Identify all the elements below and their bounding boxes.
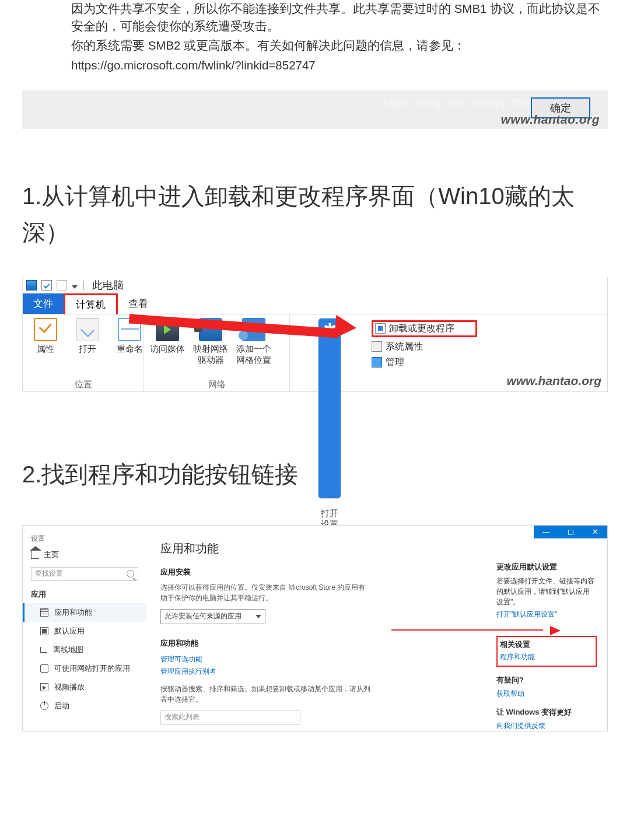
apps-list-desc: 按驱动器搜索、排序和筛选。如果想要卸载或移动某个应用，请从列表中选择它。: [160, 684, 370, 705]
sidebar-item-apps-for-websites[interactable]: 可使用网站打开的应用: [23, 659, 146, 678]
qat-newfolder-icon[interactable]: [57, 280, 67, 290]
tab-computer[interactable]: 计算机: [64, 293, 118, 314]
programs-icon: [375, 323, 386, 334]
settings-window: — ◻ ✕ 设置 主页 查找设置 应用 应用和功能 默认应用 离线地图 可使用网…: [22, 525, 608, 732]
dialog-footer: https://blog.csdn.net/qq_39479 确定 www.ha…: [22, 90, 608, 129]
search-settings-input[interactable]: 查找设置: [31, 567, 138, 581]
startup-icon: [40, 702, 48, 710]
minimize-button[interactable]: —: [534, 526, 558, 538]
sidebar-item-apps-features[interactable]: 应用和功能: [23, 603, 146, 622]
group-label-network: 网络: [150, 379, 284, 390]
web-apps-icon: [40, 664, 48, 673]
qat-more-icon[interactable]: [72, 285, 78, 289]
tab-view[interactable]: 查看: [118, 293, 159, 314]
link-system-properties[interactable]: 系统属性: [372, 341, 477, 353]
watermark-ghost: https://blog.csdn.net/qq_39479: [383, 96, 544, 109]
window-title: 此电脑: [92, 278, 124, 292]
maximize-button[interactable]: ◻: [558, 526, 583, 538]
sidebar-item-video-playback[interactable]: 视频播放: [23, 678, 146, 696]
ribbon-access-media[interactable]: 访问媒体: [150, 318, 185, 379]
app-install-desc: 选择你可以获得应用的位置。仅安装来自 Microsoft Store 的应用有助…: [160, 582, 370, 603]
ribbon-tabs: 文件 计算机 查看: [23, 293, 607, 314]
settings-title: 设置: [31, 534, 146, 544]
ribbon-open-settings[interactable]: 打开 设置: [296, 318, 363, 530]
watermark: www.hantao.org: [501, 113, 600, 127]
add-location-icon: [242, 318, 265, 341]
sidebar-category: 应用: [31, 589, 146, 600]
link-optional-features[interactable]: 管理可选功能: [160, 654, 202, 664]
video-icon: [40, 683, 48, 691]
page-title: 应用和功能: [160, 541, 482, 556]
separator: [83, 281, 84, 290]
chevron-down-icon: [256, 615, 261, 618]
right-title-defaults: 更改应用默认设置: [496, 562, 597, 572]
ribbon-map-drive[interactable]: 映射网络 驱动器: [193, 318, 228, 379]
link-manage[interactable]: 管理: [372, 356, 477, 369]
link-get-help[interactable]: 获取帮助: [496, 690, 524, 698]
link-open-defaults[interactable]: 打开"默认应用设置": [496, 610, 558, 618]
related-settings-box: 相关设置 程序和功能: [496, 636, 597, 667]
sidebar-item-offline-maps[interactable]: 离线地图: [23, 640, 146, 659]
settings-sidebar: 设置 主页 查找设置 应用 应用和功能 默认应用 离线地图 可使用网站打开的应用…: [23, 526, 146, 731]
home-icon: [31, 551, 39, 559]
manage-icon: [372, 357, 382, 368]
section-app-install: 应用安装: [160, 567, 482, 578]
rename-icon: [118, 318, 141, 341]
system-props-icon: [372, 341, 382, 352]
apps-icon: [40, 608, 48, 617]
link-programs-and-features[interactable]: 程序和功能: [500, 653, 535, 661]
ribbon-add-location[interactable]: 添加一个 网格位置: [236, 318, 271, 379]
title-bar: 此电脑: [23, 277, 607, 293]
right-title-help: 有疑问?: [496, 675, 597, 685]
qat-properties-icon[interactable]: [41, 280, 52, 290]
link-uninstall-programs[interactable]: 卸载或更改程序: [372, 320, 477, 337]
sidebar-item-default-apps[interactable]: 默认应用: [23, 622, 146, 640]
smb-error-dialog: 因为文件共享不安全，所以你不能连接到文件共享。此共享需要过时的 SMB1 协议，…: [0, 0, 630, 129]
dialog-text-2: 你的系统需要 SMB2 或更高版本。有关如何解决此问题的信息，请参见：: [71, 37, 608, 54]
dialog-text-1: 因为文件共享不安全，所以你不能连接到文件共享。此共享需要过时的 SMB1 协议，…: [71, 0, 608, 34]
link-execution-alias[interactable]: 管理应用执行别名: [160, 667, 216, 677]
group-label-location: 位置: [29, 379, 138, 390]
media-icon: [156, 318, 179, 341]
callout-arrow-2: [391, 626, 561, 635]
sidebar-home[interactable]: 主页: [31, 550, 146, 560]
close-button[interactable]: ✕: [583, 526, 607, 538]
map-drive-icon: [199, 318, 222, 341]
window-controls: — ◻ ✕: [534, 526, 607, 538]
ribbon-rename[interactable]: 重命名: [113, 318, 146, 379]
computer-icon: [26, 280, 37, 290]
step1-heading: 1.从计算机中进入卸载和更改程序界面（Win10藏的太深）: [22, 178, 608, 250]
app-source-select[interactable]: 允许安装任何来源的应用: [160, 609, 265, 624]
ribbon-group-network: 访问媒体 映射网络 驱动器 添加一个 网格位置 网络: [144, 314, 290, 391]
tab-file[interactable]: 文件: [23, 293, 64, 314]
default-apps-icon: [40, 627, 48, 635]
right-desc-defaults: 若要选择打开文件、链接等内容的默认应用，请转到"默认应用设置"。: [496, 576, 597, 607]
ribbon-open[interactable]: 打开: [71, 318, 104, 379]
right-title-related: 相关设置: [500, 639, 592, 650]
ribbon-properties[interactable]: 属性: [29, 318, 62, 379]
properties-icon: [34, 318, 57, 341]
settings-icon: [318, 318, 341, 499]
link-give-feedback[interactable]: 向我们提供反馈: [496, 722, 545, 730]
right-title-feedback: 让 Windows 变得更好: [496, 707, 597, 718]
search-apps-input[interactable]: 搜索此列表: [160, 710, 300, 724]
search-icon: [127, 570, 134, 578]
watermark-2: www.hantao.org: [506, 374, 601, 388]
settings-main: 应用和功能 应用安装 选择你可以获得应用的位置。仅安装来自 Microsoft …: [146, 526, 496, 731]
sidebar-item-startup[interactable]: 启动: [23, 696, 146, 715]
ribbon-group-location: 属性 打开 重命名 位置: [23, 314, 144, 391]
offline-maps-icon: [40, 647, 47, 653]
dialog-url: https://go.microsoft.com/fwlink/?linkid=…: [71, 57, 608, 74]
explorer-window: 此电脑 文件 计算机 查看 属性 打开: [22, 277, 608, 392]
open-icon: [76, 318, 99, 341]
section-apps-features: 应用和功能: [160, 638, 482, 649]
